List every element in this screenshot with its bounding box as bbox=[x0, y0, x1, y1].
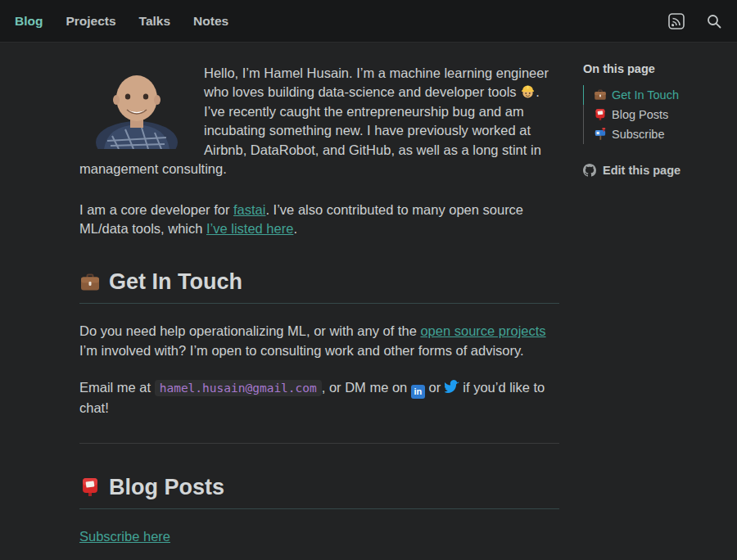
edit-this-page-label: Edit this page bbox=[603, 164, 680, 177]
construction-worker-emoji bbox=[520, 84, 536, 99]
fastai-link[interactable]: fastai bbox=[233, 202, 265, 217]
linkedin-icon[interactable]: in bbox=[411, 385, 425, 399]
intro-paragraph: Hello, I’m Hamel Husain. I’m a machine l… bbox=[79, 64, 559, 179]
toc-item-get-in-touch[interactable]: Get In Touch bbox=[583, 85, 730, 105]
consulting-text-2: I’m involved with? I’m open to consultin… bbox=[79, 343, 524, 358]
nav-item-projects[interactable]: Projects bbox=[66, 14, 115, 29]
p2-text-1: I am a core developer for bbox=[79, 202, 233, 217]
nav-item-talks[interactable]: Talks bbox=[139, 14, 171, 29]
postbox-emoji bbox=[79, 476, 101, 498]
main-content: Hello, I’m Hamel Husain. I’m a machine l… bbox=[79, 43, 559, 560]
consulting-text-1: Do you need help operationalizing ML, or… bbox=[79, 323, 420, 338]
consulting-paragraph: Do you need help operationalizing ML, or… bbox=[79, 322, 559, 360]
mailbox-emoji bbox=[594, 128, 607, 141]
toc-item-label: Blog Posts bbox=[612, 108, 668, 121]
toc-list: Get In Touch Blog Posts Subscribe bbox=[583, 85, 730, 144]
twitter-icon[interactable] bbox=[445, 380, 459, 395]
github-icon bbox=[583, 164, 596, 177]
toc-item-blog-posts[interactable]: Blog Posts bbox=[583, 105, 730, 124]
core-developer-paragraph: I am a core developer for fastai. I’ve a… bbox=[79, 201, 559, 239]
get-in-touch-title: Get In Touch bbox=[109, 269, 242, 295]
email-text-2: , or DM me on bbox=[322, 380, 411, 395]
top-navbar: Blog Projects Talks Notes bbox=[0, 0, 737, 43]
email-link[interactable]: hamel.husain@gmail.com bbox=[155, 380, 322, 396]
intro-text-1: Hello, I’m Hamel Husain. I’m a machine l… bbox=[204, 65, 549, 99]
section-divider bbox=[79, 443, 559, 444]
toc-item-label: Get In Touch bbox=[612, 88, 679, 102]
p2-text-3: . bbox=[293, 221, 297, 236]
nav-item-blog[interactable]: Blog bbox=[15, 14, 43, 29]
subscribe-here-link[interactable]: Subscribe here bbox=[79, 529, 170, 544]
briefcase-emoji bbox=[79, 272, 101, 293]
subscribe-line: Subscribe here bbox=[79, 529, 559, 544]
email-text-3: or bbox=[425, 380, 445, 395]
search-icon[interactable] bbox=[706, 13, 722, 29]
on-this-page-sidebar: On this page Get In Touch Blog Posts Sub… bbox=[583, 62, 730, 177]
email-paragraph: Email me at hamel.husain@gmail.com, or D… bbox=[79, 378, 559, 418]
nav-right-icons bbox=[668, 13, 722, 29]
toc-item-subscribe[interactable]: Subscribe bbox=[583, 124, 730, 144]
listed-here-link[interactable]: I’ve listed here bbox=[206, 221, 293, 236]
briefcase-emoji bbox=[594, 88, 607, 102]
edit-this-page-link[interactable]: Edit this page bbox=[583, 164, 730, 177]
nav-links: Blog Projects Talks Notes bbox=[15, 14, 228, 29]
toc-item-label: Subscribe bbox=[612, 128, 664, 141]
postbox-emoji bbox=[594, 108, 607, 121]
nav-item-notes[interactable]: Notes bbox=[193, 14, 228, 29]
profile-photo bbox=[91, 67, 183, 149]
blog-posts-title: Blog Posts bbox=[109, 475, 224, 500]
open-source-projects-link[interactable]: open source projects bbox=[420, 323, 545, 338]
email-text-1: Email me at bbox=[79, 380, 155, 395]
get-in-touch-heading: Get In Touch bbox=[79, 269, 559, 304]
blog-posts-heading: Blog Posts bbox=[79, 475, 559, 509]
rss-icon[interactable] bbox=[668, 13, 685, 29]
toc-title: On this page bbox=[583, 62, 730, 75]
